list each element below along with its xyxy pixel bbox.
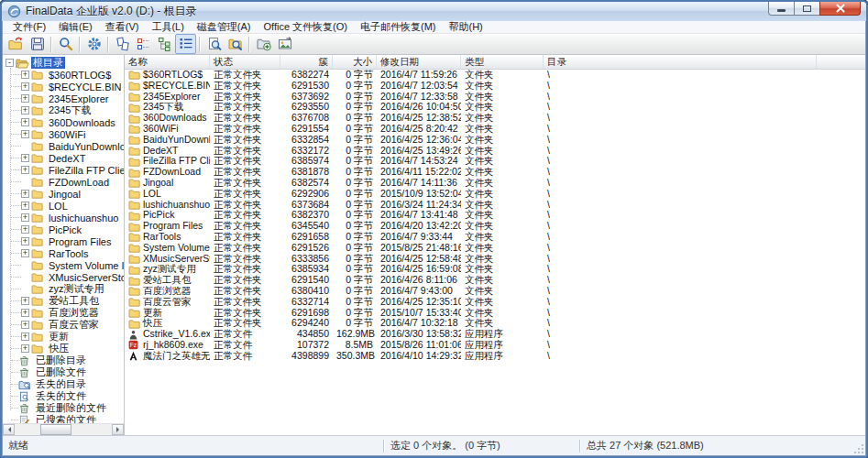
expand-toggle-icon[interactable]: + [21, 249, 29, 257]
tree-item-folder[interactable]: +快压 [3, 343, 124, 354]
tree-item-folder[interactable]: +$RECYCLE.BIN [3, 81, 124, 93]
tree-item-folder[interactable]: +FileZilla FTP Client [3, 164, 124, 176]
tree-item-special[interactable]: 已搜索的文件 [3, 414, 124, 423]
tree-item-folder[interactable]: System Volume Inform [3, 259, 124, 271]
expand-toggle-icon[interactable]: + [21, 94, 29, 103]
column-header-cluster[interactable]: 簇 [280, 55, 333, 69]
tree-item-folder[interactable]: +$360RTLOG$ [3, 69, 124, 81]
menu-item-5[interactable]: 磁盘管理(A) [191, 20, 258, 34]
table-row[interactable]: Program Files正常文件夹63455400 字节2016/4/20 1… [125, 221, 865, 232]
title-bar[interactable]: FinalData 企业版 v2.0 (D:) - 根目录 [2, 2, 866, 21]
expand-toggle-icon[interactable]: + [21, 190, 29, 198]
scroll-right-arrow-icon[interactable] [112, 424, 124, 435]
tree-item-folder[interactable]: XMusicServerStorage [3, 271, 124, 283]
expand-toggle-icon[interactable]: + [21, 202, 29, 210]
scroll-left-arrow-icon[interactable] [3, 424, 15, 435]
column-header-modified[interactable]: 修改日期 [377, 55, 461, 69]
table-row[interactable]: 360Downloads正常文件夹63767080 字节2016/4/25 12… [125, 113, 865, 124]
tree-item-root[interactable]: -根目录 [3, 57, 124, 69]
tree-item-folder[interactable]: +LOL [3, 200, 124, 212]
tree-item-folder[interactable]: +百度浏览器 [3, 307, 124, 319]
table-row[interactable]: BaiduYunDownload正常文件夹63328540 字节2016/4/2… [125, 135, 865, 146]
table-row[interactable]: 2345Explorer正常文件夹63736920 字节2016/4/7 12:… [125, 92, 865, 103]
tree-compact-button[interactable] [133, 34, 154, 54]
tree-item-folder[interactable]: +2345下载 [3, 104, 124, 116]
copy-docs-button[interactable] [112, 34, 133, 54]
table-row[interactable]: 2345下载正常文件夹62935500 字节2016/4/26 10:04:50… [125, 102, 865, 113]
tree-item-folder[interactable]: +百度云管家 [3, 319, 124, 331]
tree-item-folder[interactable]: +2345Explorer [3, 93, 124, 104]
expand-toggle-icon[interactable]: + [21, 321, 29, 329]
tree-item-special[interactable]: 已删除目录 [3, 354, 124, 366]
tree-item-folder[interactable]: FZDownLoad [3, 176, 124, 188]
expand-toggle-icon[interactable]: + [21, 71, 29, 79]
menu-item-6[interactable]: Office 文件恢复(O) [258, 20, 354, 34]
list-view-button[interactable] [175, 34, 196, 54]
table-row[interactable]: 快压正常文件夹62942400 字节2016/4/7 10:32:18文件夹\ [125, 318, 865, 329]
expand-toggle-icon[interactable]: + [21, 237, 29, 245]
save-button[interactable] [27, 34, 48, 54]
expand-toggle-icon[interactable]: + [21, 225, 29, 234]
table-row[interactable]: lushichuanshuo正常文件夹63736840 字节2016/3/24 … [125, 200, 865, 211]
minimize-button[interactable] [768, 2, 795, 16]
column-header-type[interactable]: 类型 [461, 55, 544, 69]
preview-folder-button[interactable] [225, 34, 246, 54]
column-header-status[interactable]: 状态 [210, 55, 280, 69]
expand-toggle-icon[interactable]: + [21, 213, 29, 222]
table-row[interactable]: $RECYCLE.BIN正常文件夹62915300 字节2016/4/7 12:… [125, 81, 865, 92]
tree-item-folder[interactable]: BaiduYunDownload [3, 140, 124, 152]
table-row[interactable]: Fzrj_hk8609.exe正常文件1073728.5MB2015/8/26 … [125, 340, 865, 351]
tree-item-special[interactable]: 最近删除的文件 [3, 402, 124, 414]
table-row[interactable]: 爱站工具包正常文件夹62915400 字节2016/4/26 8:11:06文件… [125, 275, 865, 286]
table-row[interactable]: 360WiFi正常文件夹62915540 字节2016/4/25 8:20:42… [125, 124, 865, 135]
tree-item-folder[interactable]: +RarTools [3, 247, 124, 259]
folder-plus-button[interactable] [253, 34, 274, 54]
collapse-toggle-icon[interactable]: - [5, 59, 14, 67]
expand-toggle-icon[interactable]: + [21, 130, 29, 138]
close-button[interactable] [819, 2, 861, 16]
table-row[interactable]: DedeXT正常文件夹63321720 字节2016/4/25 13:49:26… [125, 146, 865, 157]
table-row[interactable]: FZDownLoad正常文件夹63818780 字节2016/4/11 15:2… [125, 167, 865, 178]
table-row[interactable]: $360RTLOG$正常文件夹63822740 字节2016/4/7 11:59… [125, 70, 865, 81]
search-button[interactable] [55, 34, 76, 54]
maximize-button[interactable] [795, 2, 819, 16]
column-header-name[interactable]: 名称 [125, 55, 210, 69]
expand-toggle-icon[interactable]: + [21, 118, 29, 126]
scrollbar-thumb[interactable] [40, 424, 71, 435]
expand-toggle-icon[interactable]: + [21, 154, 29, 162]
table-row[interactable]: zyz测试专用正常文件夹63859340 字节2016/4/25 16:59:0… [125, 264, 865, 275]
expand-toggle-icon[interactable]: + [21, 297, 29, 305]
tree-item-folder[interactable]: +PicPick [3, 224, 124, 235]
tree-item-special[interactable]: 丢失的文件 [3, 390, 124, 402]
menu-item-3[interactable]: 查看(V) [99, 20, 146, 34]
table-row[interactable]: Cstrike_V1.6.exe正常文件434850162.9MB2016/3/… [125, 329, 865, 340]
tree-item-folder[interactable]: +360WiFi [3, 128, 124, 140]
expand-toggle-icon[interactable]: + [21, 82, 29, 91]
sidebar-horizontal-scrollbar[interactable] [3, 423, 124, 435]
expand-toggle-icon[interactable]: + [21, 344, 29, 353]
tree-view-button[interactable] [154, 34, 175, 54]
table-row[interactable]: System Volume Info...正常文件夹62915260 字节201… [125, 243, 865, 254]
table-row[interactable]: 百度浏览器正常文件夹63804100 字节2016/4/7 9:43:00文件夹… [125, 286, 865, 297]
tree-item-folder[interactable]: +更新 [3, 331, 124, 343]
export-image-button[interactable] [274, 34, 295, 54]
table-row[interactable]: FileZilla FTP Client正常文件夹63859740 字节2016… [125, 156, 865, 167]
tree-item-folder[interactable]: +360Downloads [3, 116, 124, 128]
menu-item-8[interactable]: 帮助(H) [443, 20, 489, 34]
preview-page-button[interactable] [203, 34, 225, 54]
expand-toggle-icon[interactable]: + [21, 309, 29, 317]
expand-toggle-icon[interactable]: + [21, 106, 29, 114]
table-row[interactable]: LOL正常文件夹62929060 字节2015/10/9 13:52:04文件夹… [125, 189, 865, 200]
tree-item-folder[interactable]: zyz测试专用 [3, 283, 124, 295]
table-row[interactable]: 更新正常文件夹62916980 字节2015/10/7 15:33:40文件夹\ [125, 308, 865, 319]
tree-item-special[interactable]: 丢失的目录 [3, 378, 124, 390]
resize-grip[interactable] [852, 442, 865, 455]
table-row[interactable]: 百度云管家正常文件夹63327140 字节2016/4/25 12:35:10文… [125, 297, 865, 308]
expand-toggle-icon[interactable]: + [21, 333, 29, 341]
menu-item-4[interactable]: 工具(L) [145, 20, 190, 34]
tree-item-folder[interactable]: +Jingoal [3, 188, 124, 200]
settings-button[interactable] [83, 34, 104, 54]
expand-toggle-icon[interactable]: + [21, 166, 29, 174]
menu-item-1[interactable]: 文件(F) [6, 20, 52, 34]
table-row[interactable]: RarTools正常文件夹62916580 字节2016/4/7 9:33:44… [125, 232, 865, 243]
